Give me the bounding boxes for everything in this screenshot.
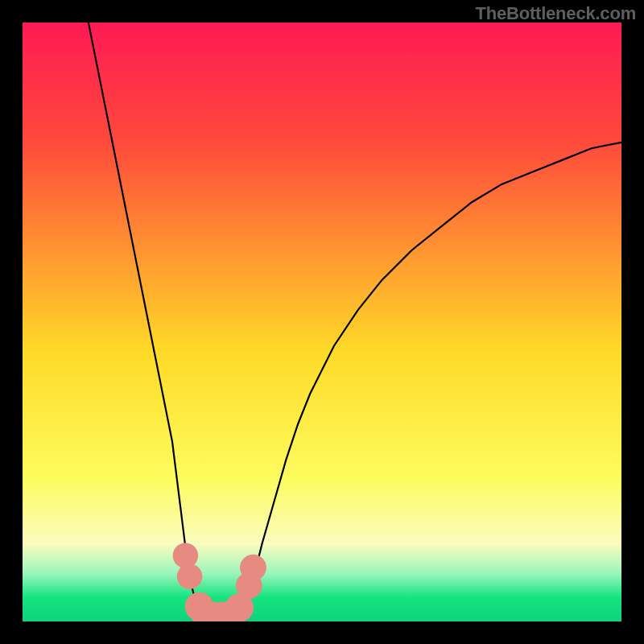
plot-area	[23, 23, 621, 621]
outer-frame: TheBottleneck.com	[0, 0, 644, 644]
chart-svg	[23, 23, 621, 621]
marker-dot	[177, 564, 202, 588]
marker-dot	[173, 543, 198, 568]
watermark-text: TheBottleneck.com	[475, 3, 636, 24]
gradient-background	[23, 23, 621, 621]
marker-dot	[240, 555, 266, 581]
